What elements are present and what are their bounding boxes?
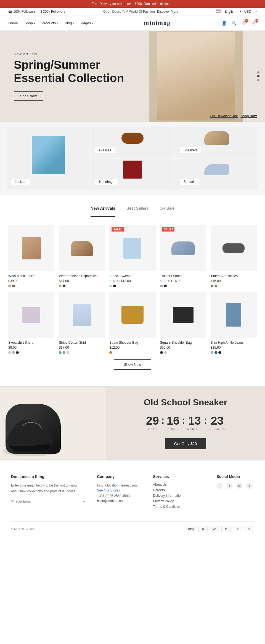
glasses-image: [121, 133, 144, 144]
product-card-9[interactable]: Slim High Ankle Jeans$25.00: [211, 292, 257, 354]
color-dot-6-2[interactable]: [67, 351, 69, 354]
color-dot-9-0[interactable]: [211, 351, 213, 354]
footer-careers[interactable]: Careers: [153, 488, 205, 492]
product-name-1: Wedge-heeled Espadrilles: [59, 274, 105, 278]
product-card-0[interactable]: Wool-blend Jacket$39.00: [8, 225, 54, 287]
hero-bottom-shop-now[interactable]: Shop Now: [240, 114, 257, 118]
product-name-8: Square Shoulder Bag: [160, 341, 206, 345]
tab-new-arrivals[interactable]: New Arrivals: [91, 206, 115, 217]
color-dot-5-1[interactable]: [12, 351, 15, 354]
color-dot-7-0[interactable]: [109, 351, 112, 354]
hero-shop-now-button[interactable]: Shop Now: [14, 91, 43, 101]
footer-privacy-policy[interactable]: Privacy Policy: [153, 499, 205, 503]
color-dot-1-0[interactable]: [59, 285, 62, 287]
announcement-text: Free Delivery on orders over $200. Don't…: [92, 2, 173, 6]
product-card-1[interactable]: Wedge-heeled Espadrilles$17.00: [59, 225, 105, 287]
discover-more-link[interactable]: Discover More: [157, 10, 178, 14]
color-dot-8-1[interactable]: [164, 351, 167, 354]
category-glasses[interactable]: Glasses: [91, 127, 174, 158]
color-dot-8-0[interactable]: [160, 351, 163, 354]
product-image-6: [59, 292, 105, 338]
color-dot-0-0[interactable]: [8, 285, 11, 287]
search-icon[interactable]: 🔍: [231, 20, 237, 26]
nav-blog[interactable]: Blog: [65, 21, 74, 25]
color-dot-4-1[interactable]: [214, 285, 217, 287]
facebook-icon[interactable]: f: [226, 483, 232, 489]
currency-selector[interactable]: USD: [244, 10, 251, 14]
product-card-5[interactable]: Sweatshirt Short$9.00: [8, 292, 54, 354]
nav-products[interactable]: Products: [42, 21, 58, 25]
footer-delivery-info[interactable]: Delivery Information: [153, 494, 205, 498]
product-card-8[interactable]: Square Shoulder Bag$55.00: [160, 292, 206, 354]
footer-terms-condition[interactable]: Terms & Condition: [153, 505, 205, 509]
nav-shop[interactable]: Shop: [25, 21, 35, 25]
hero-dot-3[interactable]: [257, 79, 259, 81]
pinterest-icon[interactable]: P: [216, 483, 222, 489]
footer-newsletter: Don't miss a thing Enter your email belo…: [11, 474, 86, 510]
social-bar-center: Open Doors To A World Of Fashion Discove…: [103, 10, 178, 14]
color-dot-6-0[interactable]: [59, 351, 62, 354]
product-card-3[interactable]: SALE !Trainers Shoes$17.00$14.00: [160, 225, 206, 287]
footer-about-us[interactable]: About Us: [153, 483, 205, 487]
product-card-4[interactable]: Tinted Sunglasses$15.00: [211, 225, 257, 287]
account-icon[interactable]: 👤: [221, 20, 227, 26]
nav-home[interactable]: Home: [8, 21, 18, 25]
color-dot-5-0[interactable]: [8, 351, 11, 354]
countdown-sneaker-svg: [0, 404, 61, 459]
countdown-minutes-label: MINUTES: [187, 427, 202, 430]
product-shape-7: [121, 306, 144, 324]
hero-dot-1[interactable]: [257, 71, 259, 73]
color-dot-4-0[interactable]: [211, 285, 213, 287]
color-dot-9-1[interactable]: [214, 351, 217, 354]
show-more-button[interactable]: Show Now: [114, 359, 151, 370]
category-sneakers[interactable]: Sneakers: [175, 127, 258, 158]
category-handbags-label: Handbags: [95, 179, 118, 185]
color-dot-5-2[interactable]: [16, 351, 19, 354]
category-jackets-label: Jackets: [11, 179, 30, 185]
get-deal-button[interactable]: Get Only $20: [165, 438, 206, 449]
countdown-sep-3: :: [204, 415, 207, 426]
product-price-8: $55.00: [160, 346, 206, 349]
color-dot-3-0[interactable]: [160, 285, 163, 287]
footer-bottom: © MINIMOG 2022 GPay G MC P S V: [11, 521, 254, 532]
product-card-2[interactable]: SALE !V-neck Sweater$16.00$13.00: [109, 225, 155, 287]
countdown-hours-block: 16 HOURS: [167, 414, 180, 430]
tab-best-sellers[interactable]: Best Sellers: [126, 206, 149, 213]
product-shape-1: [71, 241, 93, 256]
category-sandals[interactable]: Sandals: [175, 159, 258, 189]
product-card-6[interactable]: Stripe Cotton Shirt$17.00: [59, 292, 105, 354]
tab-on-sale[interactable]: On Sale: [160, 206, 174, 213]
color-dot-1-1[interactable]: [63, 285, 65, 287]
category-jackets[interactable]: Jackets: [7, 127, 90, 189]
countdown-hours-label: HOURS: [167, 427, 180, 430]
color-dot-2-1[interactable]: [113, 285, 116, 287]
instagram-icon: 📷: [8, 10, 13, 14]
product-price-7: $12.00: [109, 346, 155, 349]
footer-email[interactable]: hello@domain.com: [97, 499, 142, 503]
product-card-7[interactable]: Straw Shopeer Bag$12.00: [109, 292, 155, 354]
language-selector[interactable]: English: [224, 10, 235, 14]
hero-figure-graphic: [157, 32, 235, 120]
cart-button[interactable]: 🛒 0: [251, 20, 257, 26]
color-dot-2-0[interactable]: [109, 285, 112, 287]
category-handbags[interactable]: Handbags: [91, 159, 174, 189]
twitter-icon[interactable]: t: [246, 483, 252, 489]
email-submit-arrow[interactable]: →: [82, 499, 86, 504]
product-grid: Wool-blend Jacket$39.00Wedge-heeled Espa…: [8, 225, 257, 354]
color-dot-9-2[interactable]: [218, 351, 221, 354]
site-logo[interactable]: minimog: [144, 19, 171, 27]
nav-pages[interactable]: Pages: [81, 21, 93, 25]
hero-image: [149, 31, 243, 122]
countdown-days-block: 29 DAYS: [146, 414, 159, 430]
footer-services: Services About Us Careers Delivery Infor…: [153, 474, 205, 510]
email-input[interactable]: [15, 498, 82, 505]
footer-see-stores-link[interactable]: See Our Stores: [97, 488, 142, 492]
instagram-icon[interactable]: ig: [236, 483, 242, 489]
social-bar: 📷 100k Followers f 300k Followers Open D…: [0, 8, 265, 15]
product-image-1: [59, 225, 105, 271]
color-dot-6-1[interactable]: [63, 351, 65, 354]
hero-dot-2[interactable]: [257, 75, 259, 77]
color-dot-3-1[interactable]: [164, 285, 167, 287]
color-dot-0-1[interactable]: [12, 285, 15, 287]
wishlist-button[interactable]: 🤍 2: [241, 20, 247, 26]
